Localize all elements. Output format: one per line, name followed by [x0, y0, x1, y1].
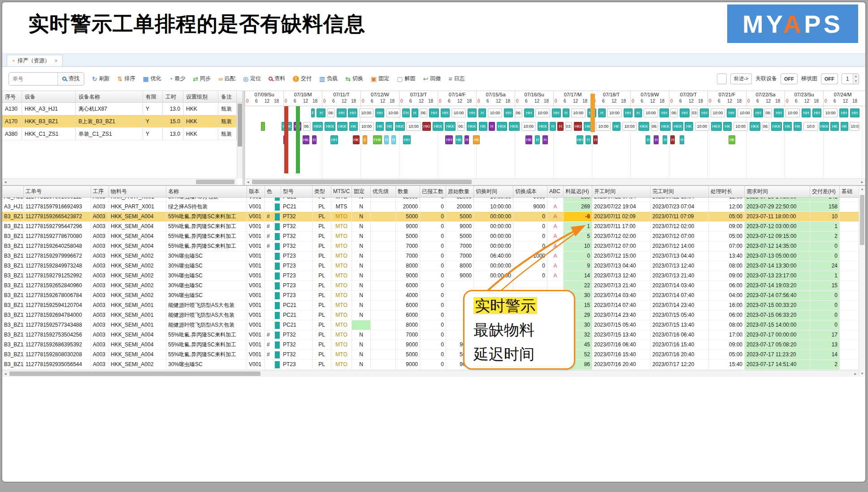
- orders-column-header[interactable]: MTS/C: [331, 186, 352, 197]
- gantt-bar[interactable]: HK: [303, 135, 309, 144]
- order-row[interactable]: B3_BZ11127781592795447296A003HKK_SEMI_A0…: [2, 222, 865, 232]
- gantt-bar[interactable]: 10:00: [733, 122, 748, 131]
- orders-column-header[interactable]: 原始数量: [446, 186, 474, 197]
- scroll-left-icon[interactable]: ◂: [2, 179, 9, 185]
- resource-column-header[interactable]: 设备: [22, 91, 76, 102]
- resource-column-header[interactable]: 有限: [143, 91, 163, 102]
- scroll-right-icon[interactable]: ▸: [859, 179, 865, 185]
- minimum-button[interactable]: ◔最少: [169, 75, 185, 82]
- gantt-bar[interactable]: HH: [337, 108, 347, 117]
- gantt-bar[interactable]: HH: [524, 108, 534, 117]
- gantt-bar[interactable]: H: [535, 135, 540, 144]
- gantt-bar[interactable]: 10:00: [643, 108, 658, 117]
- gantt-bar[interactable]: HK: [729, 135, 735, 144]
- gantt-bar[interactable]: H: [317, 108, 326, 117]
- scrollbar-thumb[interactable]: [860, 195, 864, 245]
- gantt-bar[interactable]: HH: [552, 108, 561, 117]
- gantt-bar[interactable]: HKK: [312, 122, 323, 131]
- gantt-bar[interactable]: 10:00: [359, 108, 373, 117]
- gantt-bar[interactable]: HH: [330, 135, 338, 144]
- gantt-bar[interactable]: H: [563, 108, 569, 117]
- gantt-bar[interactable]: HKK: [337, 122, 348, 131]
- order-row[interactable]: B3_BZ11127781592791252992A003HKK_SEMI_A0…: [2, 271, 865, 281]
- gantt-bar[interactable]: 10:00: [488, 108, 502, 117]
- gantt-bar[interactable]: 10:00: [711, 108, 725, 117]
- gantt-bar[interactable]: HH: [348, 108, 357, 117]
- gantt-bar[interactable]: H: [598, 108, 606, 117]
- orders-horizontal-scrollbar[interactable]: ◂ ▸: [2, 370, 859, 377]
- delivery-button[interactable]: !交付: [293, 75, 312, 82]
- gantt-bar[interactable]: H: [654, 135, 659, 144]
- gantt-bar[interactable]: 06:: [457, 122, 465, 131]
- gantt-bar[interactable]: HKK: [395, 122, 405, 131]
- resource-row[interactable]: A170HKK_B3_BZ1B上装_B3_BZ1Y15.0HKK瓶装: [2, 115, 243, 128]
- gantt-bar[interactable]: 10:00: [571, 108, 586, 117]
- linked-device-toggle[interactable]: OFF: [781, 73, 798, 84]
- check-material-button[interactable]: 查料: [269, 75, 285, 82]
- orders-column-header[interactable]: 名称: [166, 186, 247, 197]
- gantt-bar[interactable]: H: [646, 135, 650, 144]
- gantt-bar[interactable]: H: [391, 135, 396, 144]
- gantt-bar[interactable]: HH: [660, 108, 668, 117]
- gantt-bar[interactable]: HH: [624, 108, 633, 117]
- gantt-bar[interactable]: 10:00: [451, 108, 466, 117]
- match-button[interactable]: ∞匹配: [218, 75, 235, 82]
- gantt-bar[interactable]: HH: [774, 108, 784, 117]
- gantt-bar[interactable]: HKK: [673, 122, 683, 131]
- gantt-bar[interactable]: H: [489, 122, 495, 131]
- gantt-bar[interactable]: HK: [353, 135, 360, 144]
- gantt-bar[interactable]: HKK: [771, 122, 782, 131]
- gantt-bar[interactable]: 03:: [691, 108, 698, 117]
- gantt-bar[interactable]: HH: [680, 108, 690, 117]
- gantt-bar[interactable]: 10:0: [850, 122, 859, 131]
- gantt-bar[interactable]: HKK: [467, 122, 477, 131]
- gantt-bar[interactable]: HKK: [433, 122, 443, 131]
- gantt-bar[interactable]: HK: [723, 122, 732, 131]
- gantt-bar[interactable]: 10:00: [786, 108, 800, 117]
- gantt-bar[interactable]: HK: [794, 122, 802, 131]
- gantt-bar[interactable]: 10:00: [535, 108, 550, 117]
- orders-column-header[interactable]: 优先级: [371, 186, 396, 197]
- orders-column-header[interactable]: 类型: [312, 186, 331, 197]
- gantt-bar[interactable]: HKK: [750, 122, 760, 131]
- resource-column-header[interactable]: 设备名称: [76, 91, 143, 102]
- gantt-bar[interactable]: FHK: [373, 135, 382, 144]
- gantt-bar[interactable]: H: [670, 135, 675, 144]
- orders-column-header[interactable]: 切换时间: [474, 186, 513, 197]
- gantt-bar[interactable]: H: [384, 135, 389, 144]
- gantt-bar[interactable]: HK: [830, 122, 839, 131]
- gantt-bar[interactable]: 10:00: [596, 122, 610, 131]
- gantt-bar[interactable]: H: [412, 108, 418, 117]
- gantt-bar[interactable]: HH: [429, 108, 439, 117]
- order-row[interactable]: B3_BZ11127781592808030208A003HKK_SEMI_A0…: [2, 350, 865, 360]
- orders-column-header[interactable]: 需求时间: [745, 186, 810, 197]
- gantt-bar[interactable]: HH: [812, 108, 821, 117]
- gantt-bar[interactable]: HK: [376, 122, 384, 131]
- gantt-bar[interactable]: H: [593, 135, 598, 144]
- zoom-spinner[interactable]: 1 ▲ ▼: [842, 73, 859, 84]
- gantt-bar[interactable]: HKK: [820, 122, 829, 131]
- gantt-bar[interactable]: H: [464, 135, 469, 144]
- gantt-bar[interactable]: H: [680, 135, 684, 144]
- orders-column-header[interactable]: 工单号: [24, 186, 91, 197]
- resource-row[interactable]: A130HKK_A3_HJ1离心机LX87Y13.0HKK瓶装: [2, 103, 243, 115]
- order-row[interactable]: A3_HJ11127781597901090112A003HKK_PART_X0…: [2, 198, 865, 202]
- gantt-bar[interactable]: HKK: [638, 122, 649, 131]
- gantt-bar[interactable]: HKK: [711, 122, 722, 131]
- unfix-button[interactable]: ▢解固: [397, 75, 415, 82]
- order-row[interactable]: B3_BZ11127781592652840960A003HKK_SEMI_A0…: [2, 281, 865, 291]
- gantt-bar[interactable]: 06:: [764, 108, 772, 117]
- tab-scheduling-resource[interactable]: ◔ 排产（资源） ×: [7, 55, 63, 66]
- resource-column-header[interactable]: 序号: [2, 91, 22, 102]
- orders-column-header[interactable]: 交付差(H): [810, 186, 840, 197]
- gantt-bar[interactable]: HH: [375, 108, 384, 117]
- scrollbar-thumb[interactable]: [252, 180, 472, 184]
- spinner-down-icon[interactable]: ▼: [853, 79, 859, 84]
- orders-vertical-scrollbar[interactable]: ▴ ▾: [859, 186, 865, 377]
- order-row[interactable]: B3_BZ11127781592849973248A003HKK_SEMI_A0…: [2, 261, 865, 271]
- order-row[interactable]: B3_BZ11127781592935056544A003HKK_SEMI_A0…: [2, 360, 865, 370]
- gantt-bar[interactable]: 10:00: [823, 108, 838, 117]
- scroll-left-icon[interactable]: ◂: [245, 179, 251, 185]
- scroll-up-icon[interactable]: ▴: [859, 186, 865, 192]
- orders-column-header[interactable]: 版本: [247, 186, 265, 197]
